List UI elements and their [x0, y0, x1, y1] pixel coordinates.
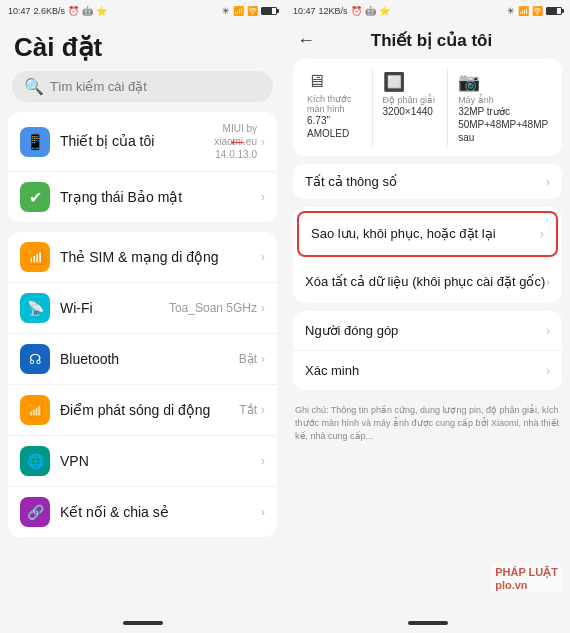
- sim-icon: 📶: [20, 242, 50, 272]
- resolution-icon: 🔲: [383, 71, 405, 93]
- wifi-icon: 📡: [20, 293, 50, 323]
- vpn-chevron: ›: [261, 454, 265, 468]
- vpn-text: VPN: [60, 452, 261, 470]
- watermark-line1: PHÁP LUẬT: [495, 566, 558, 578]
- verify-item[interactable]: Xác minh ›: [293, 351, 562, 390]
- footer-note: Ghi chú: Thông tin phần cứng, dung lượng…: [285, 398, 570, 448]
- all-specs-label: Tất cả thông số: [305, 174, 397, 189]
- wifi-chevron: ›: [261, 301, 265, 315]
- hotspot-text: Điểm phát sóng di động: [60, 401, 239, 419]
- star-icon-right: ⭐: [379, 6, 390, 16]
- vpn-icon: 🌐: [20, 446, 50, 476]
- right-header: ← Thiết bị của tôi: [285, 22, 570, 59]
- vpn-label: VPN: [60, 452, 261, 470]
- footer-note-text: Ghi chú: Thông tin phần cứng, dung lượng…: [295, 405, 559, 440]
- wifi-status-icon: 🛜: [247, 6, 258, 16]
- right-speed: 12KB/s: [319, 6, 348, 16]
- bao-mat-text: Trạng thái Bảo mật: [60, 188, 261, 206]
- sidebar-item-ket-noi[interactable]: 🔗 Kết nối & chia sẻ ›: [8, 487, 277, 537]
- section-list-2: 📶 Thẻ SIM & mạng di động › 📡 Wi-Fi Toa_S…: [8, 232, 277, 537]
- info-card-resolution: 🔲 Độ phân giải 3200×1440: [379, 65, 442, 150]
- all-specs-row[interactable]: Tất cả thông số ›: [293, 164, 562, 199]
- wifi-label: Wi-Fi: [60, 299, 169, 317]
- right-time: 10:47: [293, 6, 316, 16]
- sidebar-item-thiet-bi[interactable]: 📱 Thiết bị của tôi MIUI byxiaomi.eu14.0.…: [8, 112, 277, 172]
- alarm-icon: ⏰: [68, 6, 79, 16]
- sidebar-item-hotspot[interactable]: 📶 Điểm phát sóng di động Tắt ›: [8, 385, 277, 436]
- hotspot-chevron: ›: [261, 403, 265, 417]
- ket-noi-text: Kết nối & chia sẻ: [60, 503, 261, 521]
- verify-label: Xác minh: [305, 363, 546, 378]
- right-status-right: ✳ 📶 🛜: [507, 6, 562, 16]
- page-title: Cài đặt: [0, 22, 285, 71]
- contributors-chevron: ›: [546, 324, 550, 338]
- left-time: 10:47: [8, 6, 31, 16]
- thiet-bi-text: Thiết bị của tôi: [60, 132, 214, 150]
- info-card-camera: 📷 Máy ảnh 32MP trước50MP+48MP+48MP sau: [454, 65, 552, 150]
- thiet-bi-label: Thiết bị của tôi: [60, 132, 214, 150]
- bluetooth-text: Bluetooth: [60, 350, 239, 368]
- thiet-bi-icon: 📱: [20, 127, 50, 157]
- bluetooth-status-icon: ✳: [222, 6, 230, 16]
- left-status-left: 10:47 2.6KB/s ⏰ 🤖 ⭐: [8, 6, 107, 16]
- bao-mat-chevron: ›: [261, 190, 265, 204]
- wifi-value: Toa_Soan 5GHz: [169, 301, 257, 315]
- factory-reset-chevron: ›: [546, 275, 550, 289]
- left-home-indicator: [123, 621, 163, 625]
- bao-mat-label: Trạng thái Bảo mật: [60, 188, 261, 206]
- contributors-item[interactable]: Người đóng góp ›: [293, 311, 562, 351]
- hotspot-value: Tắt: [239, 403, 257, 417]
- screen-value: 6.73" AMOLED: [307, 114, 362, 140]
- contributors-label: Người đóng góp: [305, 323, 546, 338]
- right-panel: 10:47 12KB/s ⏰ 🤖 ⭐ ✳ 📶 🛜 ← Thiết bị của …: [285, 0, 570, 633]
- left-speed: 2.6KB/s: [34, 6, 66, 16]
- watermark-line2: plo.vn: [495, 579, 527, 591]
- left-home-bar: [0, 613, 285, 633]
- right-home-indicator: [408, 621, 448, 625]
- screen-label: Kích thước màn hình: [307, 94, 362, 114]
- android-icon-right: 🤖: [365, 6, 376, 16]
- signal-icon-right: 📶: [518, 6, 529, 16]
- ket-noi-chevron: ›: [261, 505, 265, 519]
- left-status-bar: 10:47 2.6KB/s ⏰ 🤖 ⭐ ✳ 📶 🛜: [0, 0, 285, 22]
- thiet-bi-chevron: ›: [261, 135, 265, 149]
- sidebar-item-bluetooth[interactable]: ☊ Bluetooth Bật ›: [8, 334, 277, 385]
- resolution-label: Độ phân giải: [383, 95, 436, 105]
- resolution-value: 3200×1440: [383, 105, 433, 118]
- back-button[interactable]: ←: [297, 30, 315, 51]
- bluetooth-chevron: ›: [261, 352, 265, 366]
- alarm-icon-right: ⏰: [351, 6, 362, 16]
- android-icon: 🤖: [82, 6, 93, 16]
- info-card-screen: 🖥 Kích thước màn hình 6.73" AMOLED: [303, 65, 366, 150]
- battery-icon: [261, 7, 277, 15]
- ket-noi-label: Kết nối & chia sẻ: [60, 503, 261, 521]
- backup-chevron: ›: [540, 227, 544, 241]
- right-home-bar: [285, 613, 570, 633]
- card-divider-2: [447, 69, 448, 146]
- backup-item[interactable]: Sao lưu, khôi phục, hoặc đặt lại ›: [297, 211, 558, 257]
- camera-value: 32MP trước50MP+48MP+48MP sau: [458, 105, 548, 144]
- search-bar[interactable]: 🔍: [12, 71, 273, 102]
- red-arrow-icon: ←: [227, 129, 249, 155]
- camera-icon: 📷: [458, 71, 480, 93]
- search-icon: 🔍: [24, 77, 44, 96]
- signal-icon: 📶: [233, 6, 244, 16]
- sim-chevron: ›: [261, 250, 265, 264]
- sidebar-item-bao-mat[interactable]: ✔ Trạng thái Bảo mật ›: [8, 172, 277, 222]
- bluetooth-label: Bluetooth: [60, 350, 239, 368]
- factory-reset-item[interactable]: Xóa tất cả dữ liệu (khôi phục cài đặt gố…: [293, 261, 562, 303]
- star-icon: ⭐: [96, 6, 107, 16]
- backup-label: Sao lưu, khôi phục, hoặc đặt lại: [311, 225, 540, 243]
- sidebar-item-vpn[interactable]: 🌐 VPN ›: [8, 436, 277, 487]
- sidebar-item-wifi[interactable]: 📡 Wi-Fi Toa_Soan 5GHz ›: [8, 283, 277, 334]
- sidebar-item-sim[interactable]: 📶 Thẻ SIM & mạng di động ›: [8, 232, 277, 283]
- section-list-1: 📱 Thiết bị của tôi MIUI byxiaomi.eu14.0.…: [8, 112, 277, 222]
- camera-label: Máy ảnh: [458, 95, 494, 105]
- wifi-text: Wi-Fi: [60, 299, 169, 317]
- bao-mat-icon: ✔: [20, 182, 50, 212]
- wifi-icon-right: 🛜: [532, 6, 543, 16]
- right-battery-icon: [546, 7, 562, 15]
- verify-chevron: ›: [546, 364, 550, 378]
- search-input[interactable]: [50, 79, 261, 94]
- ket-noi-icon: 🔗: [20, 497, 50, 527]
